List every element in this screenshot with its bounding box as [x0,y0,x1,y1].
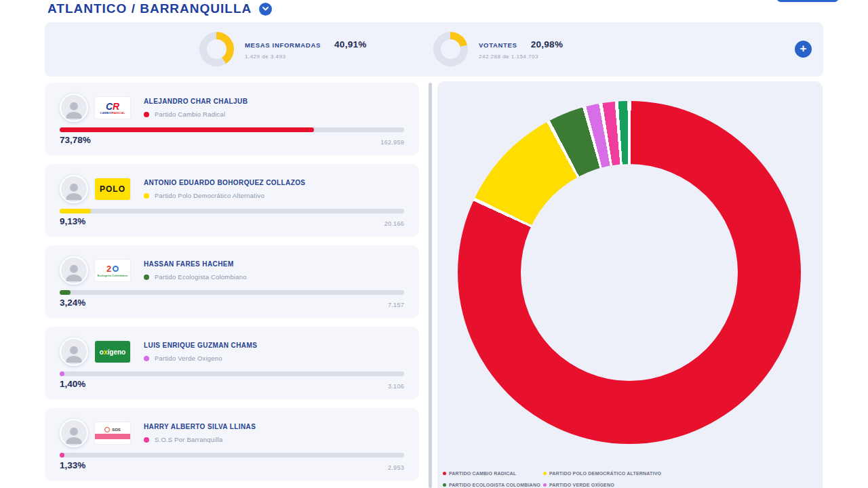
mesas-detail: 1.429 de 3.493 [245,54,367,60]
votantes-label: VOTANTES [479,41,517,49]
party-color-dot [144,356,149,361]
candidate-card[interactable]: SOS HARRY ALBERTO SILVA LLINAS S.O.S Por… [45,408,419,481]
legend-label: PARTIDO VERDE OXÍGENO [549,483,614,487]
vote-count: 162.959 [380,139,404,146]
party-logo: oxígeno [95,341,130,363]
top-right-button-cutoff[interactable] [776,0,839,2]
legend-color-dot [443,483,446,487]
vote-progress-fill [60,371,64,376]
legend-item: PARTIDO POLO DEMOCRÁTICO ALTERNATIVO [543,471,661,476]
chevron-down-icon [262,7,269,11]
party-logo: CR CAMBIORADICAL [95,97,130,119]
party-name: S.O.S Por Barranquilla [155,436,223,443]
person-icon [62,179,85,202]
legend-color-dot [543,483,547,487]
legend-label: PARTIDO ECOLOGISTA COLOMBIANO [449,483,540,487]
votantes-percentage: 20,98% [531,39,564,49]
vote-count: 20.166 [384,220,404,227]
legend-label: PARTIDO CAMBIO RADICAL [449,471,516,476]
chart-panel: PARTIDO CAMBIO RADICALPARTIDO POLO DEMOC… [437,81,823,488]
mesas-label: MESAS INFORMADAS [245,41,321,49]
candidate-list: CR CAMBIORADICAL ALEJANDRO CHAR CHALJUB … [45,83,419,488]
votantes-gauge-icon [433,32,468,66]
candidate-card[interactable]: POLO ANTONIO EDUARDO BOHORQUEZ COLLAZOS … [45,164,419,237]
candidate-card[interactable]: oxígeno LUIS ENRIQUE GUZMAN CHAMS Partid… [45,327,419,399]
legend-label: PARTIDO POLO DEMOCRÁTICO ALTERNATIVO [549,471,661,476]
candidate-avatar [60,338,88,366]
vote-count: 2.953 [388,464,404,471]
party-logo: POLO [95,178,130,200]
vote-progress-track [60,453,404,458]
person-icon [62,342,85,365]
vote-percentage: 73,78% [60,135,91,145]
vote-progress-fill [60,209,91,214]
party-color-dot [144,437,149,443]
person-icon [62,423,85,446]
region-selector-button[interactable] [259,3,272,16]
mesas-gauge-icon [199,32,234,66]
vote-percentage: 3,24% [60,298,85,308]
vote-progress-track [60,209,404,214]
expand-plus-button[interactable]: + [795,41,812,58]
candidate-card[interactable]: 2 Ecologista Colombiano HASSAN FARES HAC… [45,245,419,318]
candidate-avatar [60,175,88,203]
vote-count: 3.106 [388,383,404,390]
person-icon [62,260,85,283]
vote-percentage: 9,13% [60,216,85,226]
mesas-percentage: 40,91% [334,39,367,49]
chart-legend: PARTIDO CAMBIO RADICALPARTIDO POLO DEMOC… [443,471,661,487]
vote-progress-track [60,371,404,376]
list-scrollbar[interactable] [429,83,432,488]
legend-color-dot [443,472,446,475]
candidate-name: ANTONIO EDUARDO BOHORQUEZ COLLAZOS [144,179,305,186]
party-name: Partido Cambio Radical [155,110,225,118]
vote-progress-fill [60,290,71,295]
votantes-detail: 242.288 de 1.154.703 [479,54,563,60]
donut-chart [458,101,801,444]
legend-item: PARTIDO VERDE OXÍGENO [543,483,661,487]
legend-item: PARTIDO ECOLOGISTA COLOMBIANO [443,483,543,487]
page-header: ATLANTICO / BARRANQUILLA [47,1,272,16]
candidate-avatar [60,256,88,285]
vote-percentage: 1,40% [60,379,85,389]
vote-progress-fill [60,127,314,132]
party-name: Partido Verde Oxigeno [155,354,222,362]
party-color-dot [144,193,149,199]
party-logo: SOS [95,422,130,444]
party-logo: 2 Ecologista Colombiano [95,260,130,281]
candidate-name: LUIS ENRIQUE GUZMAN CHAMS [144,342,257,349]
party-name: Partido Polo Democrático Alternativo [155,192,264,199]
vote-percentage: 1,33% [60,460,85,470]
candidate-avatar [60,419,88,447]
party-name: Partido Ecologista Colombiano [155,273,247,281]
stats-bar: MESAS INFORMADAS 40,91% 1.429 de 3.493 V… [45,22,823,77]
vote-progress-track [60,127,404,132]
party-color-dot [144,274,149,280]
person-icon [62,98,85,121]
vote-progress-fill [60,453,64,458]
stat-votantes: VOTANTES 20,98% 242.288 de 1.154.703 [433,32,563,66]
candidate-name: ALEJANDRO CHAR CHALJUB [144,98,248,105]
vote-progress-track [60,290,404,295]
candidate-name: HARRY ALBERTO SILVA LLINAS [144,423,256,430]
party-color-dot [144,112,149,117]
vote-count: 7.157 [388,302,404,308]
page-title: ATLANTICO / BARRANQUILLA [47,1,252,16]
legend-item: PARTIDO CAMBIO RADICAL [443,471,543,476]
stat-mesas-informadas: MESAS INFORMADAS 40,91% 1.429 de 3.493 [199,32,367,66]
candidate-name: HASSAN FARES HACHEM [144,260,247,268]
legend-color-dot [543,472,547,475]
candidate-avatar [60,94,88,122]
candidate-card[interactable]: CR CAMBIORADICAL ALEJANDRO CHAR CHALJUB … [45,83,419,155]
